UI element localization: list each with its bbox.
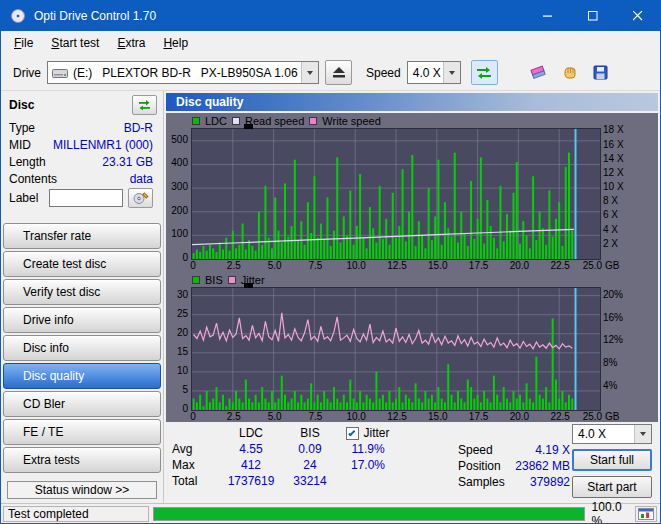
position-info-label: Position (458, 459, 508, 473)
ldc-column-header: LDC (218, 426, 284, 440)
close-button[interactable] (615, 1, 660, 31)
scan-controls: 4.0 X Start full Start part (572, 424, 652, 498)
jitter-legend-swatch (228, 276, 236, 284)
start-full-button[interactable]: Start full (572, 449, 652, 471)
panel-caption: Disc quality (166, 93, 658, 111)
disc-type-value: BD-R (124, 121, 153, 135)
maximize-button[interactable] (570, 1, 615, 31)
avg-ldc-value: 4.55 (218, 442, 284, 456)
axis-tick: 300 (166, 182, 188, 192)
sidebar-item-extra-tests[interactable]: Extra tests (3, 447, 161, 473)
jitter-checkbox[interactable] (346, 427, 359, 440)
axis-tick: 25.0 GB (579, 412, 623, 422)
save-results-button[interactable] (588, 60, 613, 85)
status-bar: Test completed 100.0 % (1, 503, 660, 523)
disc-mid-value: MILLENMR1 (000) (53, 138, 153, 152)
drive-select[interactable]: (E:) PLEXTOR BD-R PX-LB950SA 1.06 (47, 61, 319, 84)
sidebar-item-transfer-rate[interactable]: Transfer rate (3, 223, 161, 249)
window-title: Opti Drive Control 1.70 (34, 9, 156, 23)
chevron-down-icon[interactable] (634, 425, 651, 443)
axis-tick: 7.5 (293, 412, 337, 422)
sidebar: Disc TypeBD-R MIDMILLENMR1 (000) Length2… (1, 91, 164, 503)
check-icon (349, 429, 356, 436)
minimize-button[interactable] (525, 1, 570, 31)
sidebar-item-disc-quality[interactable]: Disc quality (3, 363, 161, 389)
axis-tick: 10.0 (334, 412, 378, 422)
disc-section-title: Disc (9, 98, 34, 112)
erase-disc-button[interactable] (526, 60, 551, 85)
axis-tick: 12.5 (375, 412, 419, 422)
sidebar-item-fe-te[interactable]: FE / TE (3, 419, 161, 445)
status-window-button[interactable]: Status window >> (7, 481, 157, 499)
disc-contents-label: Contents (9, 172, 57, 186)
progress-percent: 100.0 % (592, 500, 636, 524)
total-row-label: Total (172, 474, 218, 488)
sidebar-item-cd-bler[interactable]: CD Bler (3, 391, 161, 417)
toolbar: Drive (E:) PLEXTOR BD-R PX-LB950SA 1.06 … (1, 55, 660, 91)
status-graph-button[interactable] (635, 506, 657, 522)
disc-label-input[interactable] (49, 189, 123, 207)
max-row-label: Max (172, 458, 218, 472)
axis-tick: 25.0 GB (579, 261, 623, 271)
range-marker[interactable] (244, 283, 253, 288)
axis-tick: 18 X (603, 125, 635, 135)
refresh-speeds-button[interactable] (471, 60, 498, 85)
speed-select[interactable]: 4.0 X (407, 61, 461, 84)
quality-speed-value: 4.0 X (573, 427, 634, 441)
axis-tick: 4% (603, 381, 635, 391)
options-button[interactable] (557, 60, 582, 85)
total-bis-value: 33214 (284, 474, 336, 488)
speed-label: Speed (366, 66, 401, 80)
disc-label-label: Label (9, 191, 38, 205)
menu-bar: File Start test Extra Help (1, 31, 660, 55)
position-info-value: 23862 MB (508, 459, 570, 473)
axis-tick: 22.5 (538, 412, 582, 422)
axis-tick: 12 X (603, 168, 635, 178)
sidebar-item-verify-test-disc[interactable]: Verify test disc (3, 279, 161, 305)
chevron-down-icon[interactable] (443, 62, 460, 83)
sidebar-item-disc-info[interactable]: Disc info (3, 335, 161, 361)
axis-tick: 8% (603, 358, 635, 368)
hand-icon (562, 65, 577, 80)
refresh-arrows-icon (475, 66, 493, 80)
range-marker[interactable] (244, 124, 253, 129)
ldc-x-axis: 02.55.07.510.012.515.017.520.022.525.0 G… (166, 261, 658, 273)
axis-tick: 10 (166, 366, 188, 376)
sidebar-item-drive-info[interactable]: Drive info (3, 307, 161, 333)
axis-tick: 14 X (603, 154, 635, 164)
status-graph-icon (638, 508, 654, 520)
legend-label: BIS (205, 274, 223, 286)
axis-tick: 25 (166, 309, 188, 319)
axis-tick: 10.0 (334, 261, 378, 271)
axis-tick: 5.0 (253, 261, 297, 271)
chevron-down-icon[interactable] (301, 62, 318, 83)
menu-extra[interactable]: Extra (108, 33, 154, 53)
sidebar-item-create-test-disc[interactable]: Create test disc (3, 251, 161, 277)
axis-tick: 5 (166, 385, 188, 395)
menu-help[interactable]: Help (154, 33, 197, 53)
ldc-plot (191, 128, 601, 260)
start-part-button[interactable]: Start part (572, 476, 652, 498)
progress-bar (153, 507, 585, 521)
content-area: Disc quality LDCRead speedWrite speed 01… (164, 91, 660, 503)
axis-tick: 20.0 (497, 412, 541, 422)
max-bis-value: 24 (284, 458, 336, 472)
speed-info-value: 4.19 X (508, 443, 570, 457)
menu-start-test[interactable]: Start test (42, 33, 108, 53)
rescan-disc-button[interactable] (132, 95, 157, 115)
samples-info-value: 379892 (508, 475, 570, 489)
disc-type-label: Type (9, 121, 35, 135)
axis-tick: 2.5 (212, 412, 256, 422)
avg-bis-value: 0.09 (284, 442, 336, 456)
plot-canvas (192, 288, 600, 410)
axis-tick: 20% (603, 290, 635, 300)
quality-speed-select[interactable]: 4.0 X (572, 424, 652, 444)
scan-info: Speed4.19 X Position23862 MB Samples3798… (458, 442, 570, 490)
bis-plot (191, 287, 601, 411)
avg-jitter-value: 11.9% (336, 442, 400, 456)
legend-label: Read speed (245, 115, 304, 127)
eject-button[interactable] (325, 60, 352, 85)
menu-file[interactable]: File (5, 33, 42, 53)
app-disc-icon (10, 8, 26, 24)
disc-label-button[interactable] (128, 188, 153, 208)
